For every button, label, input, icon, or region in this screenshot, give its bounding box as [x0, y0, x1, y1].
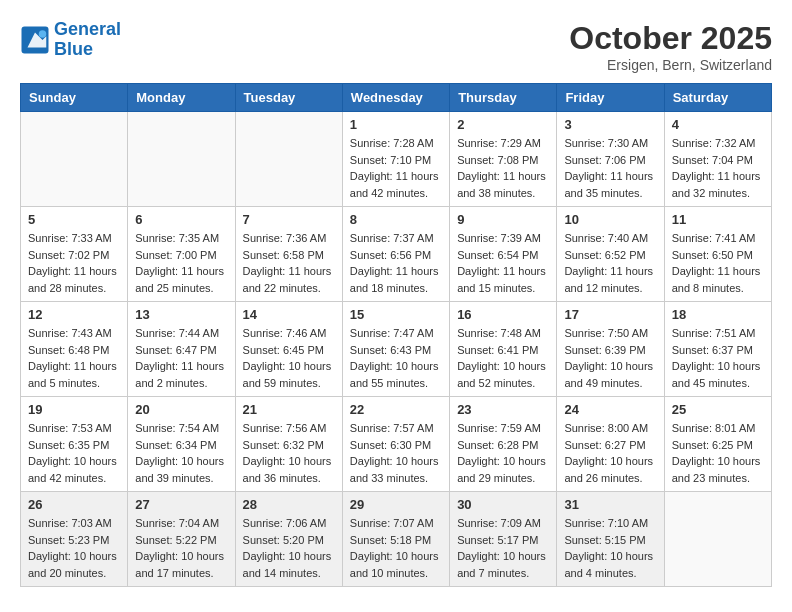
- calendar-day-cell: 19Sunrise: 7:53 AMSunset: 6:35 PMDayligh…: [21, 397, 128, 492]
- day-info: Sunrise: 8:00 AMSunset: 6:27 PMDaylight:…: [564, 420, 656, 486]
- day-number: 8: [350, 212, 442, 227]
- calendar-day-cell: [128, 112, 235, 207]
- day-info: Sunrise: 7:47 AMSunset: 6:43 PMDaylight:…: [350, 325, 442, 391]
- day-info: Sunrise: 7:40 AMSunset: 6:52 PMDaylight:…: [564, 230, 656, 296]
- day-info: Sunrise: 7:29 AMSunset: 7:08 PMDaylight:…: [457, 135, 549, 201]
- calendar-day-cell: 11Sunrise: 7:41 AMSunset: 6:50 PMDayligh…: [664, 207, 771, 302]
- day-info: Sunrise: 7:36 AMSunset: 6:58 PMDaylight:…: [243, 230, 335, 296]
- day-info: Sunrise: 8:01 AMSunset: 6:25 PMDaylight:…: [672, 420, 764, 486]
- day-number: 26: [28, 497, 120, 512]
- calendar-day-cell: 25Sunrise: 8:01 AMSunset: 6:25 PMDayligh…: [664, 397, 771, 492]
- day-info: Sunrise: 7:50 AMSunset: 6:39 PMDaylight:…: [564, 325, 656, 391]
- calendar-day-cell: 31Sunrise: 7:10 AMSunset: 5:15 PMDayligh…: [557, 492, 664, 587]
- day-info: Sunrise: 7:06 AMSunset: 5:20 PMDaylight:…: [243, 515, 335, 581]
- day-info: Sunrise: 7:54 AMSunset: 6:34 PMDaylight:…: [135, 420, 227, 486]
- calendar-day-cell: 9Sunrise: 7:39 AMSunset: 6:54 PMDaylight…: [450, 207, 557, 302]
- calendar-body: 1Sunrise: 7:28 AMSunset: 7:10 PMDaylight…: [21, 112, 772, 587]
- day-number: 30: [457, 497, 549, 512]
- day-of-week-header: Friday: [557, 84, 664, 112]
- day-of-week-header: Monday: [128, 84, 235, 112]
- day-number: 7: [243, 212, 335, 227]
- logo-icon: [20, 25, 50, 55]
- calendar-day-cell: [21, 112, 128, 207]
- day-info: Sunrise: 7:33 AMSunset: 7:02 PMDaylight:…: [28, 230, 120, 296]
- location: Ersigen, Bern, Switzerland: [569, 57, 772, 73]
- day-number: 11: [672, 212, 764, 227]
- day-number: 24: [564, 402, 656, 417]
- day-info: Sunrise: 7:44 AMSunset: 6:47 PMDaylight:…: [135, 325, 227, 391]
- day-info: Sunrise: 7:28 AMSunset: 7:10 PMDaylight:…: [350, 135, 442, 201]
- day-number: 12: [28, 307, 120, 322]
- day-number: 21: [243, 402, 335, 417]
- day-info: Sunrise: 7:51 AMSunset: 6:37 PMDaylight:…: [672, 325, 764, 391]
- calendar-table: SundayMondayTuesdayWednesdayThursdayFrid…: [20, 83, 772, 587]
- logo: General Blue: [20, 20, 121, 60]
- calendar-day-cell: 6Sunrise: 7:35 AMSunset: 7:00 PMDaylight…: [128, 207, 235, 302]
- day-number: 13: [135, 307, 227, 322]
- day-number: 28: [243, 497, 335, 512]
- day-number: 15: [350, 307, 442, 322]
- day-number: 29: [350, 497, 442, 512]
- calendar-day-cell: 12Sunrise: 7:43 AMSunset: 6:48 PMDayligh…: [21, 302, 128, 397]
- calendar-day-cell: [664, 492, 771, 587]
- day-number: 5: [28, 212, 120, 227]
- calendar-week-row: 1Sunrise: 7:28 AMSunset: 7:10 PMDaylight…: [21, 112, 772, 207]
- calendar-day-cell: 15Sunrise: 7:47 AMSunset: 6:43 PMDayligh…: [342, 302, 449, 397]
- day-info: Sunrise: 7:09 AMSunset: 5:17 PMDaylight:…: [457, 515, 549, 581]
- calendar-week-row: 12Sunrise: 7:43 AMSunset: 6:48 PMDayligh…: [21, 302, 772, 397]
- day-number: 31: [564, 497, 656, 512]
- day-info: Sunrise: 7:39 AMSunset: 6:54 PMDaylight:…: [457, 230, 549, 296]
- calendar-day-cell: 23Sunrise: 7:59 AMSunset: 6:28 PMDayligh…: [450, 397, 557, 492]
- day-number: 16: [457, 307, 549, 322]
- calendar-header: SundayMondayTuesdayWednesdayThursdayFrid…: [21, 84, 772, 112]
- day-number: 17: [564, 307, 656, 322]
- calendar-week-row: 26Sunrise: 7:03 AMSunset: 5:23 PMDayligh…: [21, 492, 772, 587]
- day-number: 10: [564, 212, 656, 227]
- logo-general: General: [54, 19, 121, 39]
- calendar-day-cell: 1Sunrise: 7:28 AMSunset: 7:10 PMDaylight…: [342, 112, 449, 207]
- calendar-day-cell: 16Sunrise: 7:48 AMSunset: 6:41 PMDayligh…: [450, 302, 557, 397]
- day-number: 27: [135, 497, 227, 512]
- calendar-day-cell: 10Sunrise: 7:40 AMSunset: 6:52 PMDayligh…: [557, 207, 664, 302]
- calendar-day-cell: 14Sunrise: 7:46 AMSunset: 6:45 PMDayligh…: [235, 302, 342, 397]
- day-info: Sunrise: 7:46 AMSunset: 6:45 PMDaylight:…: [243, 325, 335, 391]
- day-of-week-header: Tuesday: [235, 84, 342, 112]
- day-info: Sunrise: 7:37 AMSunset: 6:56 PMDaylight:…: [350, 230, 442, 296]
- day-info: Sunrise: 7:56 AMSunset: 6:32 PMDaylight:…: [243, 420, 335, 486]
- calendar-week-row: 19Sunrise: 7:53 AMSunset: 6:35 PMDayligh…: [21, 397, 772, 492]
- calendar-day-cell: 18Sunrise: 7:51 AMSunset: 6:37 PMDayligh…: [664, 302, 771, 397]
- day-of-week-header: Saturday: [664, 84, 771, 112]
- logo-text: General Blue: [54, 20, 121, 60]
- page-header: General Blue October 2025 Ersigen, Bern,…: [20, 20, 772, 73]
- calendar-day-cell: 3Sunrise: 7:30 AMSunset: 7:06 PMDaylight…: [557, 112, 664, 207]
- day-of-week-header: Wednesday: [342, 84, 449, 112]
- day-number: 18: [672, 307, 764, 322]
- day-info: Sunrise: 7:43 AMSunset: 6:48 PMDaylight:…: [28, 325, 120, 391]
- calendar-day-cell: 30Sunrise: 7:09 AMSunset: 5:17 PMDayligh…: [450, 492, 557, 587]
- day-number: 4: [672, 117, 764, 132]
- calendar-day-cell: 24Sunrise: 8:00 AMSunset: 6:27 PMDayligh…: [557, 397, 664, 492]
- month-title: October 2025: [569, 20, 772, 57]
- day-number: 14: [243, 307, 335, 322]
- day-number: 9: [457, 212, 549, 227]
- calendar-day-cell: 28Sunrise: 7:06 AMSunset: 5:20 PMDayligh…: [235, 492, 342, 587]
- day-number: 2: [457, 117, 549, 132]
- day-info: Sunrise: 7:57 AMSunset: 6:30 PMDaylight:…: [350, 420, 442, 486]
- day-info: Sunrise: 7:53 AMSunset: 6:35 PMDaylight:…: [28, 420, 120, 486]
- calendar-day-cell: 22Sunrise: 7:57 AMSunset: 6:30 PMDayligh…: [342, 397, 449, 492]
- day-of-week-header: Sunday: [21, 84, 128, 112]
- day-info: Sunrise: 7:07 AMSunset: 5:18 PMDaylight:…: [350, 515, 442, 581]
- day-info: Sunrise: 7:41 AMSunset: 6:50 PMDaylight:…: [672, 230, 764, 296]
- calendar-day-cell: 4Sunrise: 7:32 AMSunset: 7:04 PMDaylight…: [664, 112, 771, 207]
- calendar-day-cell: 8Sunrise: 7:37 AMSunset: 6:56 PMDaylight…: [342, 207, 449, 302]
- calendar-day-cell: 20Sunrise: 7:54 AMSunset: 6:34 PMDayligh…: [128, 397, 235, 492]
- calendar-day-cell: [235, 112, 342, 207]
- day-number: 3: [564, 117, 656, 132]
- calendar-day-cell: 26Sunrise: 7:03 AMSunset: 5:23 PMDayligh…: [21, 492, 128, 587]
- day-number: 20: [135, 402, 227, 417]
- day-info: Sunrise: 7:04 AMSunset: 5:22 PMDaylight:…: [135, 515, 227, 581]
- calendar-day-cell: 17Sunrise: 7:50 AMSunset: 6:39 PMDayligh…: [557, 302, 664, 397]
- calendar-week-row: 5Sunrise: 7:33 AMSunset: 7:02 PMDaylight…: [21, 207, 772, 302]
- calendar-day-cell: 2Sunrise: 7:29 AMSunset: 7:08 PMDaylight…: [450, 112, 557, 207]
- calendar-day-cell: 7Sunrise: 7:36 AMSunset: 6:58 PMDaylight…: [235, 207, 342, 302]
